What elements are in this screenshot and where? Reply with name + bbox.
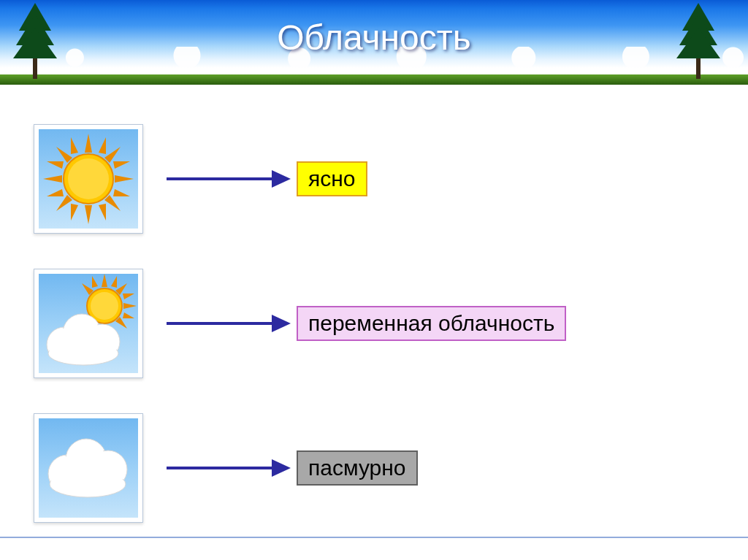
svg-marker-19 bbox=[47, 189, 64, 196]
row-overcast: пасмурно bbox=[34, 413, 418, 523]
label-overcast: пасмурно bbox=[297, 450, 418, 486]
overcast-icon bbox=[34, 413, 143, 523]
label-partly-cloudy: переменная облачность bbox=[297, 306, 566, 341]
svg-marker-20 bbox=[71, 137, 78, 154]
header-sky: Облачность bbox=[0, 0, 748, 85]
sun-icon bbox=[34, 124, 143, 234]
slide-title: Облачность bbox=[0, 18, 748, 58]
svg-marker-16 bbox=[99, 137, 106, 154]
svg-marker-13 bbox=[56, 195, 72, 211]
svg-marker-8 bbox=[85, 134, 92, 153]
row-partly-cloudy: переменная облачность bbox=[34, 269, 566, 378]
svg-marker-32 bbox=[123, 294, 134, 299]
svg-marker-18 bbox=[113, 161, 130, 169]
svg-marker-21 bbox=[99, 204, 106, 220]
svg-point-46 bbox=[50, 343, 117, 364]
arrow-icon bbox=[167, 320, 291, 327]
svg-marker-33 bbox=[92, 276, 98, 288]
svg-marker-9 bbox=[85, 205, 92, 224]
svg-marker-15 bbox=[104, 195, 121, 211]
arrow-icon bbox=[167, 464, 291, 472]
svg-marker-31 bbox=[111, 276, 117, 288]
svg-marker-22 bbox=[47, 161, 64, 169]
label-clear: ясно bbox=[297, 161, 367, 196]
svg-marker-17 bbox=[71, 204, 78, 220]
footer-rule bbox=[0, 537, 748, 538]
svg-marker-14 bbox=[56, 147, 72, 163]
svg-marker-10 bbox=[43, 175, 62, 183]
svg-marker-23 bbox=[113, 189, 130, 196]
svg-marker-12 bbox=[104, 147, 121, 163]
arrow-icon bbox=[167, 175, 291, 183]
svg-point-25 bbox=[68, 158, 109, 199]
svg-marker-11 bbox=[115, 175, 134, 183]
slide: Облачность bbox=[0, 0, 748, 560]
svg-point-56 bbox=[51, 472, 124, 496]
row-clear: ясно bbox=[34, 124, 367, 234]
partly-cloudy-icon bbox=[34, 269, 143, 378]
svg-marker-26 bbox=[102, 274, 107, 287]
ground-strip bbox=[0, 74, 748, 85]
